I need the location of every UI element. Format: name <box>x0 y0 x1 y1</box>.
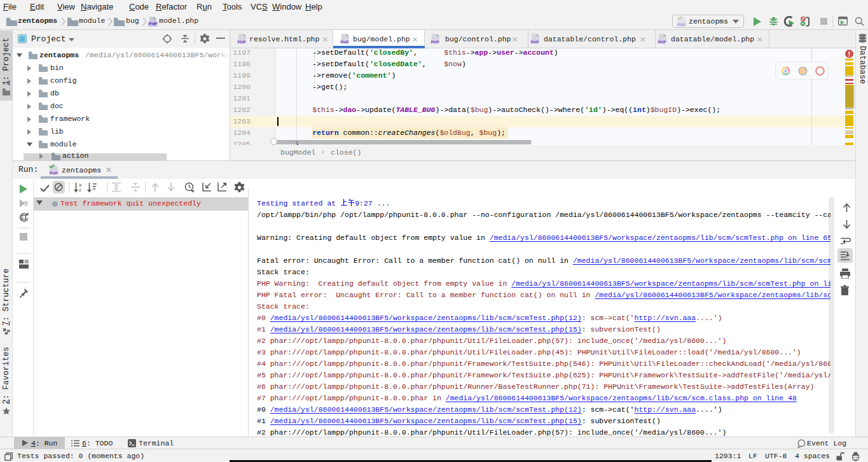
svg-text:PHP: PHP <box>677 23 685 27</box>
svg-text:PHP: PHP <box>658 40 666 44</box>
svg-text:PHP: PHP <box>431 40 439 44</box>
svg-text:9: 9 <box>24 200 28 207</box>
svg-text:PHP: PHP <box>238 40 245 44</box>
svg-text:PHP: PHP <box>149 22 158 26</box>
svg-text:PHP: PHP <box>341 40 348 44</box>
svg-text:PHP: PHP <box>531 40 539 44</box>
svg-text:z: z <box>79 187 81 193</box>
svg-text:PHP: PHP <box>50 171 57 175</box>
